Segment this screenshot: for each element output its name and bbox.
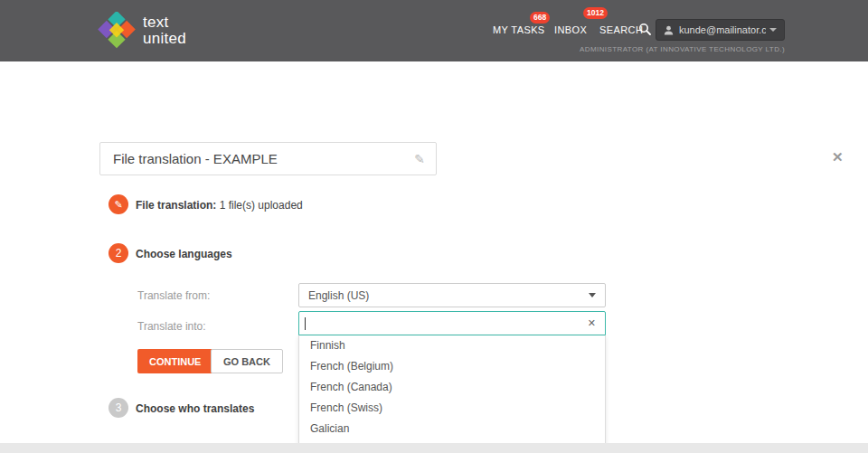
nav-inbox[interactable]: INBOX bbox=[554, 24, 587, 35]
project-title: File translation - EXAMPLE bbox=[100, 151, 403, 166]
nav-my-tasks[interactable]: MY TASKS bbox=[493, 24, 545, 35]
language-option[interactable]: Galician bbox=[299, 419, 605, 439]
file-translation-panel: File translation - EXAMPLE ✎ ✕ ✎ File tr… bbox=[0, 61, 868, 443]
account-dropdown[interactable]: kunde@mailinator.com bbox=[656, 19, 785, 41]
step-3-label: Choose who translates bbox=[136, 402, 254, 415]
logo-diamond-icon bbox=[98, 12, 136, 50]
close-icon[interactable]: ✕ bbox=[832, 149, 844, 165]
logo[interactable]: text united bbox=[98, 12, 186, 50]
page-background-strip bbox=[0, 443, 868, 453]
translate-from-value: English (US) bbox=[308, 289, 369, 302]
edit-title-icon[interactable]: ✎ bbox=[403, 152, 436, 166]
step-1-circle: ✎ bbox=[108, 194, 128, 214]
step-1-label: File translation: 1 file(s) uploaded bbox=[136, 199, 303, 212]
account-role: ADMINISTRATOR (AT INNOVATIVE TECHNOLOGY … bbox=[580, 45, 785, 53]
logo-text: text united bbox=[143, 14, 186, 47]
go-back-button[interactable]: GO BACK bbox=[211, 349, 283, 373]
translate-into-input[interactable]: ✕ bbox=[298, 311, 606, 335]
translate-into-label: Translate into: bbox=[137, 320, 206, 333]
pencil-icon: ✎ bbox=[114, 199, 122, 211]
step-2-label: Choose languages bbox=[136, 248, 232, 260]
translate-from-label: Translate from: bbox=[137, 289, 210, 302]
search-icon[interactable] bbox=[638, 23, 651, 35]
chevron-down-icon bbox=[589, 293, 596, 297]
text-cursor bbox=[305, 317, 306, 330]
screen: text united MY TASKS 668 INBOX 1012 SEAR… bbox=[0, 0, 868, 453]
step-2-circle: 2 bbox=[108, 243, 128, 263]
step-3-circle: 3 bbox=[108, 398, 128, 418]
account-email: kunde@mailinator.com bbox=[679, 24, 766, 35]
inbox-badge: 1012 bbox=[583, 7, 608, 19]
continue-button[interactable]: CONTINUE bbox=[137, 349, 212, 373]
clear-input-icon[interactable]: ✕ bbox=[588, 317, 596, 329]
language-option[interactable]: French (Belgium) bbox=[299, 356, 605, 377]
nav-search[interactable]: SEARCH bbox=[599, 24, 643, 35]
my-tasks-badge: 668 bbox=[530, 12, 550, 24]
language-option[interactable]: French (Canada) bbox=[299, 377, 605, 398]
language-option[interactable]: French (Swiss) bbox=[299, 398, 605, 419]
chevron-down-icon bbox=[769, 28, 777, 32]
language-dropdown-list: Finnish French (Belgium) French (Canada)… bbox=[298, 335, 606, 453]
translate-from-select[interactable]: English (US) bbox=[298, 283, 606, 307]
top-header: text united MY TASKS 668 INBOX 1012 SEAR… bbox=[0, 0, 868, 61]
user-icon bbox=[664, 25, 674, 35]
project-title-box[interactable]: File translation - EXAMPLE ✎ bbox=[99, 142, 437, 175]
language-option[interactable]: Finnish bbox=[299, 335, 605, 356]
